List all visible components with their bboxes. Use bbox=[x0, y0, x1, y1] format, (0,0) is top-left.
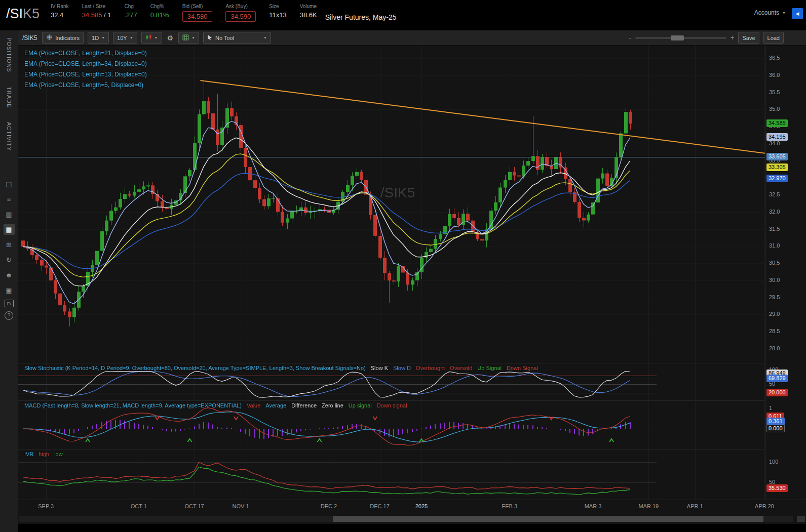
zoom-slider[interactable] bbox=[635, 37, 726, 39]
chevron-down-icon: ▼ bbox=[782, 11, 786, 15]
header-field-volume: Volume38.6K bbox=[300, 4, 317, 22]
header-field-label: Bid (Sell) bbox=[182, 4, 203, 9]
header-fields: IV Rank32.4Last / Size34.585 / 1Chg.277C… bbox=[51, 0, 317, 22]
date-label: APR 20 bbox=[755, 503, 774, 509]
header-field-chg: Chg.277 bbox=[124, 4, 137, 22]
indicators-label: Indicators bbox=[55, 35, 80, 41]
cursor-icon bbox=[207, 34, 212, 42]
range-dropdown[interactable]: 10Y ▼ bbox=[113, 32, 137, 44]
chart-type-dropdown[interactable]: ▼ bbox=[141, 32, 162, 44]
load-button[interactable]: Load bbox=[763, 32, 784, 44]
axis-tick: 29.0 bbox=[769, 311, 780, 317]
date-label: APR 1 bbox=[687, 503, 703, 509]
stochastic-legend: Slow Stochastic (K Period=14, D Period=9… bbox=[24, 364, 538, 372]
sidebar-tab-trade[interactable]: TRADE bbox=[6, 87, 12, 108]
macd-legend: MACD (Fast length=8, Slow length=21, MAC… bbox=[24, 402, 407, 409]
date-label: DEC 2 bbox=[321, 503, 337, 509]
ema-study-label: EMA (Price=CLOSE, Length=21, Displace=0) bbox=[24, 48, 147, 59]
header-field-number: 0.81% bbox=[150, 11, 169, 19]
header-field-number: .277 bbox=[124, 11, 137, 19]
symbol-root: /SI bbox=[6, 6, 23, 21]
range-value: 10Y bbox=[117, 35, 127, 41]
zoom-out-button[interactable]: - bbox=[629, 34, 631, 42]
header-field-value: 38.6K bbox=[300, 11, 317, 19]
sidebar-icons: ▤≡▥▦⊞↻☻▣Fi? bbox=[0, 178, 18, 320]
grid-icon bbox=[182, 34, 189, 42]
top-header: /SIK5 IV Rank32.4Last / Size34.585 / 1Ch… bbox=[0, 0, 806, 30]
timeframe-dropdown[interactable]: 1D ▼ bbox=[88, 32, 109, 44]
drawing-tool-dropdown[interactable]: No Tool ▼ bbox=[203, 32, 271, 44]
price-pane-canvas[interactable] bbox=[18, 46, 765, 363]
zoom-slider-handle[interactable] bbox=[671, 35, 684, 40]
header-field-size: Size11x13 bbox=[269, 4, 286, 22]
ivr-pane-canvas[interactable] bbox=[18, 449, 765, 500]
header-field-label: Size bbox=[269, 4, 279, 9]
axis-tick: 34.0 bbox=[769, 140, 780, 146]
people-icon[interactable]: ☻ bbox=[4, 269, 15, 280]
save-button[interactable]: Save bbox=[738, 32, 759, 44]
watchlist-icon[interactable]: ≡ bbox=[4, 193, 15, 204]
gear-icon: ⚙ bbox=[167, 34, 174, 42]
grid-style-dropdown[interactable]: ▼ bbox=[178, 32, 199, 44]
camera-icon[interactable]: ▣ bbox=[4, 284, 15, 296]
sidebar-tab-activity[interactable]: ACTIVITY bbox=[6, 122, 12, 151]
chevron-down-icon: ▼ bbox=[263, 36, 267, 39]
date-label: MAR 3 bbox=[585, 503, 602, 509]
header-field-value: .277 bbox=[124, 11, 137, 19]
axis-tick: 35.0 bbox=[769, 106, 780, 112]
chart-region: /SIK5 Indicators 1D ▼ 10Y ▼ ▼ ⚙ ▼ bbox=[18, 30, 806, 532]
indicators-button[interactable]: Indicators bbox=[42, 32, 84, 44]
axis-price-bubble: 0.361 bbox=[766, 418, 785, 425]
header-field-value: 32.4 bbox=[51, 11, 63, 19]
sidebar-tab-positions[interactable]: POSITIONS bbox=[6, 37, 12, 72]
accounts-label: Accounts bbox=[754, 9, 779, 16]
legend-item: Oversold bbox=[450, 365, 472, 371]
header-field-value: 0.81% bbox=[150, 11, 169, 19]
header-field-value[interactable]: 34.580 bbox=[182, 11, 213, 22]
axis-tick: 28.0 bbox=[769, 345, 780, 351]
left-sidebar: POSITIONSTRADEACTIVITY ▤≡▥▦⊞↻☻▣Fi? bbox=[0, 30, 18, 532]
date-label: MAR 19 bbox=[638, 503, 659, 509]
axis-price-bubble: 32.970 bbox=[766, 175, 788, 182]
scrollbar-thumb[interactable] bbox=[333, 516, 763, 522]
header-field-number: 34.590 bbox=[231, 13, 251, 20]
ema-study-label: EMA (Price=CLOSE, Length=34, Displace=0) bbox=[24, 59, 147, 69]
study-label: MACD (Fast length=8, Slow length=21, MAC… bbox=[24, 402, 242, 408]
refresh-icon[interactable]: ↻ bbox=[4, 254, 15, 265]
collapse-button[interactable]: ◀ bbox=[792, 8, 803, 19]
clipboard-icon[interactable]: ▥ bbox=[4, 209, 15, 220]
header-field-number: 11x13 bbox=[269, 11, 286, 19]
zoom-control: - + bbox=[629, 34, 735, 42]
axis-price-bubble: 69.829 bbox=[766, 375, 788, 382]
header-field-value[interactable]: 34.590 bbox=[225, 11, 256, 22]
accounts-button[interactable]: Accounts ▼ bbox=[754, 0, 786, 16]
price-axis[interactable]: 36.536.035.535.034.534.033.533.032.532.0… bbox=[765, 46, 806, 500]
axis-price-bubble: 33.305 bbox=[766, 163, 788, 171]
header-field-number: 34.585 bbox=[82, 11, 102, 19]
legend-item: low bbox=[54, 451, 63, 457]
page-icon[interactable]: ▤ bbox=[4, 178, 15, 189]
legend-item: Down signal bbox=[377, 402, 407, 408]
header-field-suffix: / 1 bbox=[102, 11, 111, 19]
ema-study-label: EMA (Price=CLOSE, Length=5, Displace=0) bbox=[24, 80, 147, 91]
legend-item: Slow K bbox=[371, 365, 388, 371]
fi-icon[interactable]: Fi bbox=[5, 300, 14, 307]
legend-item: Value bbox=[247, 402, 260, 408]
scrollbar-track[interactable] bbox=[19, 516, 793, 522]
symbol-suffix: K5 bbox=[23, 6, 40, 21]
grid-gadget-icon[interactable]: ⊞ bbox=[4, 239, 15, 250]
date-label: 2025 bbox=[415, 503, 428, 509]
chevron-down-icon: ▼ bbox=[130, 36, 133, 39]
chart-icon[interactable]: ▦ bbox=[4, 224, 15, 235]
ema-study-label: EMA (Price=CLOSE, Length=13, Displace=0) bbox=[24, 69, 147, 80]
help-icon[interactable]: ? bbox=[5, 311, 13, 320]
zoom-in-button[interactable]: + bbox=[731, 34, 735, 42]
axis-tick: 1 bbox=[769, 405, 772, 411]
header-field-value: 34.585 / 1 bbox=[82, 11, 111, 19]
header-field-label: Ask (Buy) bbox=[225, 4, 247, 9]
header-field-chg-: Chg%0.81% bbox=[150, 4, 169, 22]
contract-description: Silver Futures, May-25 bbox=[325, 0, 397, 21]
settings-gear-button[interactable]: ⚙ bbox=[166, 34, 175, 42]
header-field-label: Chg% bbox=[150, 4, 164, 9]
date-axis[interactable]: SEP 3OCT 1OCT 17NOV 1DEC 2DEC 172025FEB … bbox=[18, 500, 806, 513]
